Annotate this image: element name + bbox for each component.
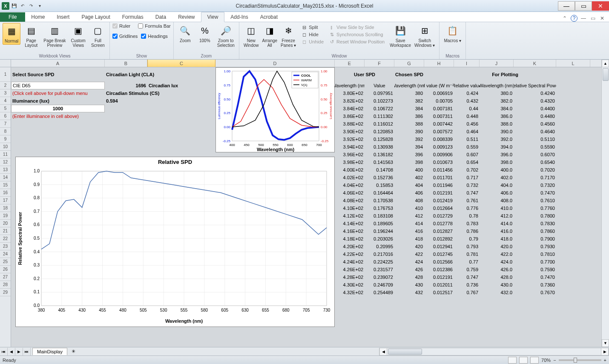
col-header-A[interactable]: A: [11, 60, 105, 67]
custom-views-button[interactable]: ▣CustomViews: [69, 23, 87, 49]
cell-F23[interactable]: 0.20995: [365, 243, 394, 250]
cell-F8[interactable]: 0.120853: [365, 128, 394, 135]
cell-G16[interactable]: 406: [394, 189, 424, 197]
row-header-11[interactable]: 11: [0, 151, 11, 158]
col-header-F[interactable]: F: [365, 60, 394, 67]
col-header-H[interactable]: H: [424, 60, 454, 67]
save-workspace-button[interactable]: 💾SaveWorkspace: [388, 23, 413, 49]
cell-K11[interactable]: 0.6070: [514, 151, 556, 158]
cell-B1[interactable]: Circadian Light (CLA): [105, 67, 215, 82]
cell-J5[interactable]: 384.0: [480, 105, 514, 112]
cell-I4[interactable]: 0.432: [454, 97, 480, 105]
cell-F28[interactable]: 0.246709: [365, 281, 394, 289]
view-page-layout-icon[interactable]: [519, 357, 528, 364]
cell-G22[interactable]: 418: [394, 235, 424, 243]
cell-G5[interactable]: 384: [394, 105, 424, 112]
cell-K3[interactable]: 0.4240: [514, 89, 556, 97]
cell-K5[interactable]: 0.4400: [514, 105, 556, 112]
cell-K18[interactable]: 0.7760: [514, 204, 556, 212]
cell-E18[interactable]: 4.10E+02: [335, 204, 365, 212]
cell-B2[interactable]: 1696: [105, 82, 147, 89]
cell-J14[interactable]: 402.0: [480, 174, 514, 181]
close-button[interactable]: ✕: [592, 1, 609, 11]
row-header-8[interactable]: 8: [0, 128, 11, 135]
cell-G20[interactable]: 414: [394, 220, 424, 227]
cell-G17[interactable]: 408: [394, 197, 424, 204]
cell-H9[interactable]: 0.008339: [424, 135, 454, 143]
cell-E19[interactable]: 4.12E+02: [335, 212, 365, 220]
row-header-18[interactable]: 18: [0, 204, 11, 212]
cell-K21[interactable]: 0.7860: [514, 227, 556, 235]
cell-G28[interactable]: 430: [394, 281, 424, 289]
cell-K22[interactable]: 0.7900: [514, 235, 556, 243]
cell-I21[interactable]: 0.786: [454, 227, 480, 235]
split-button[interactable]: ⊟Split: [301, 24, 324, 31]
column-headers[interactable]: ABCDEFGHIJKL: [11, 60, 601, 67]
cell-C2[interactable]: Circadian lux: [147, 82, 215, 89]
row-header-15[interactable]: 15: [0, 181, 11, 189]
cell-I28[interactable]: 0.736: [454, 281, 480, 289]
cell-K20[interactable]: 0.7830: [514, 220, 556, 227]
hscroll-thumb[interactable]: [388, 349, 422, 355]
row-header-10[interactable]: 10: [0, 143, 11, 151]
workbook-restore-icon[interactable]: ▭: [589, 15, 596, 22]
row-header-14[interactable]: 14: [0, 174, 11, 181]
cell-E27[interactable]: 4.28E+02: [335, 273, 365, 281]
cell-J2[interactable]: Wavelength (nm): [480, 82, 514, 89]
check-ruler[interactable]: Ruler: [112, 23, 130, 29]
cell-K8[interactable]: 0.4640: [514, 128, 556, 135]
prev-sheet-icon[interactable]: ◀: [8, 348, 15, 355]
row-header-4[interactable]: 4: [0, 97, 11, 105]
row-header-7[interactable]: 7: [0, 120, 11, 128]
cell-F27[interactable]: 0.239072: [365, 273, 394, 281]
cell-I2[interactable]: Relative value: [454, 82, 480, 89]
cell-F16[interactable]: 0.164464: [365, 189, 394, 197]
cell-H19[interactable]: 0.012729: [424, 212, 454, 220]
macros-button[interactable]: 📋 Macros ▾: [442, 23, 463, 44]
cell-E3[interactable]: 3.80E+02: [335, 89, 365, 97]
cell-G29[interactable]: 432: [394, 289, 424, 296]
cell-K16[interactable]: 0.7470: [514, 189, 556, 197]
row-header-26[interactable]: 26: [0, 266, 11, 273]
scroll-left-icon[interactable]: ◀: [379, 348, 387, 355]
zoom-slider[interactable]: [559, 359, 601, 361]
cell-G2[interactable]: Wavelength (nm): [394, 82, 424, 89]
row-header-22[interactable]: 22: [0, 235, 11, 243]
cell-E20[interactable]: 4.14E+02: [335, 220, 365, 227]
tab-insert[interactable]: Insert: [51, 12, 75, 22]
cell-K6[interactable]: 0.4480: [514, 112, 556, 120]
normal-button[interactable]: ▦Normal: [3, 23, 20, 45]
zoom-in-icon[interactable]: +: [604, 358, 606, 363]
row-header-16[interactable]: 16: [0, 189, 11, 197]
scroll-right-icon[interactable]: ▶: [601, 348, 609, 355]
cell-G6[interactable]: 386: [394, 112, 424, 120]
cell-H27[interactable]: 0.012191: [424, 273, 454, 281]
cell-G24[interactable]: 422: [394, 250, 424, 258]
horizontal-scrollbar[interactable]: ◀ ▶: [379, 348, 609, 355]
cell-F10[interactable]: 0.130938: [365, 143, 394, 151]
cell-J4[interactable]: 382.0: [480, 97, 514, 105]
minimize-button[interactable]: —: [558, 1, 575, 11]
tab-review[interactable]: Review: [172, 12, 201, 22]
help-icon[interactable]: ?: [571, 15, 577, 22]
tab-data[interactable]: Data: [149, 12, 172, 22]
qat-customize-icon[interactable]: ▾: [36, 2, 43, 10]
cell-K23[interactable]: 0.7930: [514, 243, 556, 250]
cell-K19[interactable]: 0.7800: [514, 212, 556, 220]
row-header-12[interactable]: 12: [0, 158, 11, 166]
grid-body[interactable]: Select Source SPDCircadian Light (CLA)Us…: [11, 67, 601, 347]
cell-J17[interactable]: 408.0: [480, 197, 514, 204]
cell-E9[interactable]: 3.92E+02: [335, 135, 365, 143]
col-header-C[interactable]: C: [147, 60, 215, 67]
cell-J27[interactable]: 428.0: [480, 273, 514, 281]
cell-E13[interactable]: 4.00E+02: [335, 166, 365, 174]
tab-page-layout[interactable]: Page Layout: [75, 12, 116, 22]
cell-G19[interactable]: 412: [394, 212, 424, 220]
row-header-3[interactable]: 3: [0, 89, 11, 97]
cell-A2[interactable]: CIE D65: [11, 82, 105, 89]
cell-E1[interactable]: User SPD: [335, 67, 394, 82]
cell-G26[interactable]: 426: [394, 266, 424, 273]
full-screen-button[interactable]: ▢FullScreen: [89, 23, 107, 49]
cell-F11[interactable]: 0.136182: [365, 151, 394, 158]
cell-K9[interactable]: 0.5110: [514, 135, 556, 143]
